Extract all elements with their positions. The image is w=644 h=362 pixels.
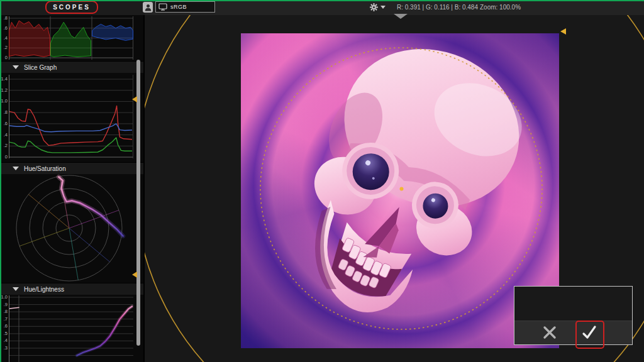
slice-graph-scope[interactable] xyxy=(9,75,133,161)
hue-saturation-vectorscope[interactable] xyxy=(0,174,138,282)
zoom-level-readout: Zoom: 100.0% xyxy=(480,0,521,15)
scopes-menu-label[interactable]: SCOPES xyxy=(53,4,91,11)
panel-header-hue-saturation[interactable]: Hue/Saturation xyxy=(0,162,145,174)
image-edge-marker-icon[interactable] xyxy=(560,28,566,35)
hue-lightness-scope[interactable] xyxy=(9,295,133,362)
user-icon xyxy=(145,4,152,11)
rgb-waveform-plot xyxy=(9,16,133,60)
scopes-sidebar: .8 .6 .4 .2 0 Slice Graph 1.4 1.2 xyxy=(0,15,145,362)
panel-title: Hue/Saturation xyxy=(24,165,66,172)
sidebar-scrollbar[interactable] xyxy=(136,60,140,346)
capture-border-left xyxy=(0,0,1,362)
collapse-triangle-icon xyxy=(13,65,19,69)
chevron-down-icon xyxy=(380,6,386,9)
annotation-highlight-scopes: SCOPES xyxy=(45,1,98,14)
rgb-waveform-scope[interactable] xyxy=(9,16,133,62)
panel-header-slice-graph[interactable]: Slice Graph xyxy=(0,61,145,73)
toolbar-collapse-handle[interactable] xyxy=(394,14,408,19)
check-icon xyxy=(581,324,597,341)
collapse-triangle-icon xyxy=(13,287,19,291)
top-toolbar: SCOPES sRGB xyxy=(0,0,644,16)
user-profile-button[interactable] xyxy=(143,2,153,13)
pixel-rgb-readout: R: 0.391 | G: 0.116 | B: 0.484 xyxy=(397,0,478,15)
scopes-app-window: SCOPES sRGB xyxy=(0,0,644,362)
slice-marker-triangle-icon[interactable] xyxy=(132,96,137,102)
skull-illustration xyxy=(241,33,559,348)
display-icon xyxy=(158,3,167,11)
panel-title: Hue/Lightness xyxy=(24,286,64,293)
dialog-button-bar xyxy=(514,321,632,344)
panel-header-hue-lightness[interactable]: Hue/Lightness xyxy=(0,283,145,295)
color-profile-selector[interactable]: sRGB xyxy=(155,1,215,13)
gear-icon xyxy=(370,3,378,11)
dialog-confirm-button[interactable] xyxy=(578,322,601,343)
capture-border-top xyxy=(0,0,644,1)
settings-menu-button[interactable] xyxy=(370,3,386,11)
confirm-dialog xyxy=(514,286,633,345)
dialog-cancel-button[interactable] xyxy=(538,322,561,343)
panel-title: Slice Graph xyxy=(24,64,57,71)
hue-lightness-plot xyxy=(9,295,133,362)
slice-graph-plot xyxy=(9,75,133,158)
color-profile-value: sRGB xyxy=(170,4,187,10)
close-icon xyxy=(541,324,558,341)
skull-image[interactable] xyxy=(241,33,559,348)
collapse-triangle-icon xyxy=(13,167,19,170)
huesat-marker-triangle-icon[interactable] xyxy=(132,272,137,278)
